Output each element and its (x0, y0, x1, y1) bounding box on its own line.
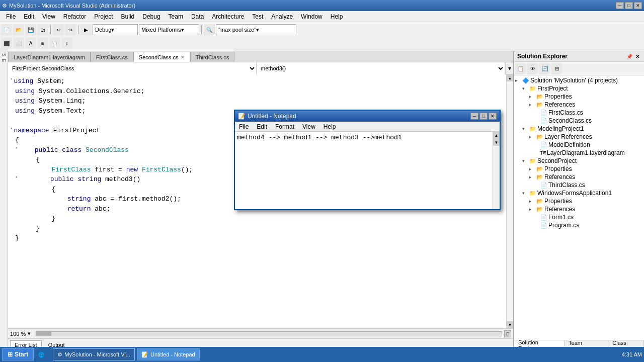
expand-solution[interactable]: ▸ (515, 78, 521, 83)
np-scroll-up[interactable]: ▲ (493, 132, 500, 139)
np-edit[interactable]: Edit (253, 123, 271, 131)
tab-secondclass-close[interactable]: ✕ (181, 55, 185, 60)
tab-secondclass[interactable]: SecondClass.cs ✕ (133, 52, 190, 62)
tree-secondproject-properties[interactable]: ▸ 📂 Properties (515, 165, 643, 173)
np-help[interactable]: Help (319, 123, 340, 131)
tree-secondproject-references[interactable]: ▸ 📂 References (515, 173, 643, 181)
expand-layer-refs[interactable]: ▸ (529, 134, 535, 139)
menu-help[interactable]: Help (327, 12, 347, 21)
start-button[interactable]: ▶ (80, 24, 92, 35)
notepad-close[interactable]: ✕ (489, 113, 497, 120)
expand-properties[interactable]: ▸ (529, 94, 535, 99)
menu-project[interactable]: Project (90, 12, 117, 21)
scroll-horizontal[interactable] (36, 331, 502, 336)
close-button[interactable]: ✕ (634, 2, 642, 9)
np-scroll-down[interactable]: ▼ (493, 139, 500, 146)
notepad-minimize[interactable]: ─ (470, 113, 478, 120)
tree-solution[interactable]: ▸ 🔷 Solution 'MySolution' (4 projects) (515, 76, 643, 84)
se-close-button[interactable]: ✕ (634, 53, 641, 60)
expand-modeling[interactable]: ▾ (522, 126, 528, 131)
class-dropdown[interactable]: FirstProject.SecondClass (8, 62, 257, 74)
tb2-btn3[interactable]: A (25, 38, 36, 49)
zoom-dropdown-btn[interactable]: ▾ (28, 330, 34, 337)
taskbar-ie-icon[interactable]: 🌐 (36, 349, 47, 360)
platform-dropdown[interactable]: Mixed Platforms▾ (139, 24, 199, 35)
editor-scrollbar[interactable]: ▲ ▼ (506, 74, 513, 328)
maximize-button[interactable]: □ (625, 2, 633, 9)
notepad-scrollbar[interactable]: ▲ ▼ (493, 132, 500, 209)
notepad-maximize[interactable]: □ (479, 113, 488, 120)
tab-thirdclass[interactable]: ThirdClass.cs (190, 52, 235, 62)
se-pin-button[interactable]: 📌 (626, 53, 633, 60)
np-format[interactable]: Format (271, 123, 298, 131)
tb2-btn1[interactable]: ⬛ (1, 38, 12, 49)
expand-sp-properties[interactable]: ▸ (529, 166, 535, 171)
scroll-up[interactable]: ▲ (507, 74, 513, 81)
expand-sp-refs[interactable]: ▸ (529, 174, 535, 179)
tree-program-cs[interactable]: 📄 Program.cs (515, 221, 643, 229)
menu-debug[interactable]: Debug (138, 12, 164, 21)
tb2-btn2[interactable]: ⬜ (13, 38, 24, 49)
tree-form1-cs[interactable]: 📄 Form1.cs (515, 213, 643, 221)
tree-layer-references[interactable]: ▸ 📂 Layer References (515, 133, 643, 141)
tree-references[interactable]: ▸ 📂 References (515, 101, 643, 109)
se-properties-button[interactable]: 📋 (515, 63, 526, 74)
config-dropdown[interactable]: Debug▾ (93, 24, 138, 35)
tree-winforms[interactable]: ▾ 📁 WindowsFormsApplication1 (515, 189, 643, 197)
np-file[interactable]: File (235, 123, 253, 131)
menu-test[interactable]: Test (248, 12, 267, 21)
scroll-down[interactable]: ▼ (507, 321, 513, 328)
tree-winforms-references[interactable]: ▸ 📂 References (515, 205, 643, 213)
tree-winforms-properties[interactable]: ▸ 📂 Properties (515, 197, 643, 205)
se-show-all-button[interactable]: 👁 (527, 63, 538, 74)
tree-secondproject[interactable]: ▾ 📁 SecondProject (515, 157, 643, 165)
scroll-track[interactable] (507, 81, 513, 321)
menu-window[interactable]: Window (297, 12, 327, 21)
collapse-ns[interactable]: ▪ (10, 126, 13, 136)
menu-architecture[interactable]: Architecture (208, 12, 248, 21)
menu-edit[interactable]: Edit (20, 12, 38, 21)
expand-firstproject[interactable]: ▾ (522, 86, 528, 91)
minimize-button[interactable]: ─ (616, 2, 624, 9)
tb2-btn6[interactable]: ↕ (61, 38, 72, 49)
tree-secondclass-cs[interactable]: 📄 SecondClass.cs (515, 117, 643, 125)
np-view[interactable]: View (298, 123, 319, 131)
menu-view[interactable]: View (38, 12, 59, 21)
tree-firstclass-cs[interactable]: 📄 FirstClass.cs (515, 109, 643, 117)
tree-firstproject[interactable]: ▾ 📁 FirstProject (515, 84, 643, 93)
expand-references[interactable]: ▸ (529, 102, 535, 107)
menu-build[interactable]: Build (117, 12, 139, 21)
expand-wf-refs[interactable]: ▸ (529, 207, 535, 212)
se-collapse-all-button[interactable]: ⊟ (551, 63, 562, 74)
expand-secondproject[interactable]: ▾ (522, 158, 528, 163)
expand-winforms[interactable]: ▾ (522, 191, 528, 196)
tb2-btn5[interactable]: ≣ (49, 38, 60, 49)
start-button[interactable]: ⊞ Start (2, 348, 34, 360)
gutter-icon-2[interactable]: E (1, 59, 7, 62)
se-refresh-button[interactable]: 🔄 (539, 63, 550, 74)
zoom-expand[interactable]: ◻ (504, 330, 511, 337)
tree-layerdiagram[interactable]: 🗺 LayerDiagram1.layerdiagram (515, 149, 643, 157)
menu-refactor[interactable]: Refactor (59, 12, 90, 21)
taskbar-vs-item[interactable]: ⚙ MySolution - Microsoft Vi... (53, 348, 135, 360)
search-button[interactable]: 🔍 (204, 24, 215, 35)
gutter-icon-1[interactable]: S (1, 53, 7, 57)
tab-layerdiagram[interactable]: LayerDiagram1.layerdiagram (8, 52, 91, 62)
menu-data[interactable]: Data (187, 12, 208, 21)
tree-modeldefinition[interactable]: 📄 ModelDefinition (515, 141, 643, 149)
menu-file[interactable]: File (2, 12, 20, 21)
tree-properties[interactable]: ▸ 📂 Properties (515, 93, 643, 101)
method-dropdown[interactable]: method3() (257, 62, 505, 74)
taskbar-notepad-item[interactable]: 📝 Untitled - Notepad (137, 348, 200, 360)
new-project-button[interactable]: 📄 (1, 24, 12, 35)
tree-modelingproject[interactable]: ▾ 📁 ModelingProject1 (515, 125, 643, 133)
open-button[interactable]: 📂 (13, 24, 24, 35)
save-button[interactable]: 💾 (25, 24, 36, 35)
expand-wf-properties[interactable]: ▸ (529, 199, 535, 204)
tree-thirdclass-cs[interactable]: 📄 ThirdClass.cs (515, 181, 643, 189)
tb2-btn4[interactable]: ≡ (37, 38, 48, 49)
collapse-class[interactable]: ▪ (15, 145, 18, 155)
menu-analyze[interactable]: Analyze (267, 12, 297, 21)
tab-firstclass[interactable]: FirstClass.cs (91, 52, 133, 62)
nav-expand-button[interactable]: ▾ (505, 62, 513, 74)
